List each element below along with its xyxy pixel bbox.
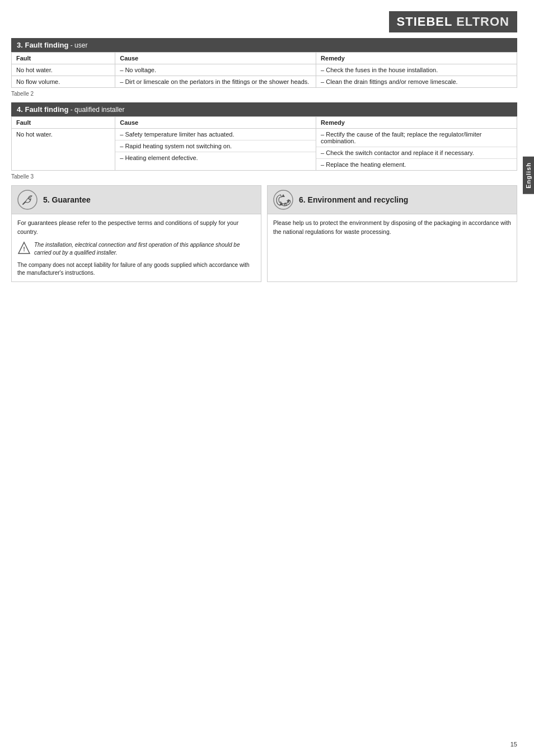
section3-title: 3. Fault finding	[17, 41, 68, 49]
guarantee-icon	[16, 189, 39, 211]
side-tab: English	[523, 157, 534, 194]
tabelle2-label: Tabelle 2	[11, 91, 517, 97]
section6-header: 6. Environment and recycling	[268, 186, 517, 214]
section5-header: 5. Guarantee	[12, 186, 261, 214]
section6-body-text: Please help us to protect the environmen…	[273, 219, 511, 237]
section4: 4. Fault finding - qualified installer F…	[11, 102, 517, 180]
tabelle3-label: Tabelle 3	[11, 173, 517, 180]
fault-cell-3-1: No flow volume.	[12, 76, 115, 88]
section6-body: Please help us to protect the environmen…	[268, 214, 517, 241]
section6-title: 6. Environment and recycling	[299, 195, 408, 204]
col-remedy-4: Remedy	[316, 117, 517, 129]
fault-cell-4-0: No hot water.	[12, 129, 115, 171]
col-remedy-3: Remedy	[316, 53, 517, 64]
col-cause-4: Cause	[115, 117, 316, 129]
logo-eltron: ELTRON	[456, 15, 509, 29]
table-row: No hot water. – Safety temperature limit…	[12, 129, 517, 171]
page-number: 15	[510, 741, 517, 748]
col-fault-4: Fault	[12, 117, 115, 129]
col-fault-3: Fault	[12, 53, 115, 64]
logo-stiebel: STIEBEL	[397, 15, 457, 29]
table-row: No hot water. – No voltage. – Check the …	[12, 64, 517, 76]
section4-title: 4. Fault finding	[17, 105, 68, 114]
recycling-icon	[272, 189, 294, 211]
recycling-svg	[273, 190, 293, 210]
warning-triangle-icon: !	[17, 241, 31, 255]
bottom-sections: 5. Guarantee For guarantees please refer…	[11, 185, 517, 282]
section5: 5. Guarantee For guarantees please refer…	[11, 185, 261, 282]
section5-warning: The installation, electrical connection …	[34, 241, 255, 257]
section4-subtitle: - qualified installer	[68, 106, 124, 114]
section4-header: 4. Fault finding - qualified installer	[11, 102, 517, 116]
remedy-item-4-0-2: – Replace the heating element.	[316, 159, 517, 170]
section5-title: 5. Guarantee	[43, 195, 91, 204]
table-row: No flow volume. – Dirt or limescale on t…	[12, 76, 517, 88]
section6: 6. Environment and recycling Please help…	[267, 185, 517, 282]
remedy-cell-3-0: – Check the fuses in the house installat…	[316, 64, 517, 76]
section3-subtitle: - user	[68, 41, 87, 49]
logo: STIEBEL ELTRON	[389, 11, 517, 32]
cause-item-4-0-2: – Heating element defective.	[115, 152, 316, 163]
section3-header: 3. Fault finding - user	[11, 38, 517, 52]
cause-cell-4-0: – Safety temperature limiter has actuate…	[115, 129, 316, 171]
remedy-item-4-0-0: – Rectify the cause of the fault; replac…	[316, 129, 517, 147]
svg-point-0	[18, 190, 37, 209]
svg-text:!: !	[23, 246, 25, 252]
logo-area: STIEBEL ELTRON	[11, 11, 517, 32]
fault-cell-3-0: No hot water.	[12, 64, 115, 76]
remedy-cell-4-0: – Rectify the cause of the fault; replac…	[316, 129, 517, 171]
col-cause-3: Cause	[115, 53, 316, 64]
remedy-item-4-0-1: – Check the switch contactor and replace…	[316, 147, 517, 159]
cause-cell-3-1: – Dirt or limescale on the perlators in …	[115, 76, 316, 88]
cause-cell-3-0: – No voltage.	[115, 64, 316, 76]
section3: 3. Fault finding - user Fault Cause Reme…	[11, 38, 517, 97]
cause-item-4-0-1: – Rapid heating system not switching on.	[115, 140, 316, 152]
guarantee-svg	[17, 190, 38, 210]
warning-box: ! The installation, electrical connectio…	[17, 241, 255, 257]
section3-table: Fault Cause Remedy No hot water. – No vo…	[11, 52, 517, 88]
section5-body1: For guarantees please refer to the pespe…	[17, 219, 255, 237]
section4-table: Fault Cause Remedy No hot water. – Safet…	[11, 116, 517, 171]
cause-item-4-0-0: – Safety temperature limiter has actuate…	[115, 129, 316, 140]
section5-body2: The company does not accept liability fo…	[17, 261, 255, 277]
remedy-cell-3-1: – Clean the drain fittings and/or remove…	[316, 76, 517, 88]
section5-body: For guarantees please refer to the pespe…	[12, 214, 261, 281]
